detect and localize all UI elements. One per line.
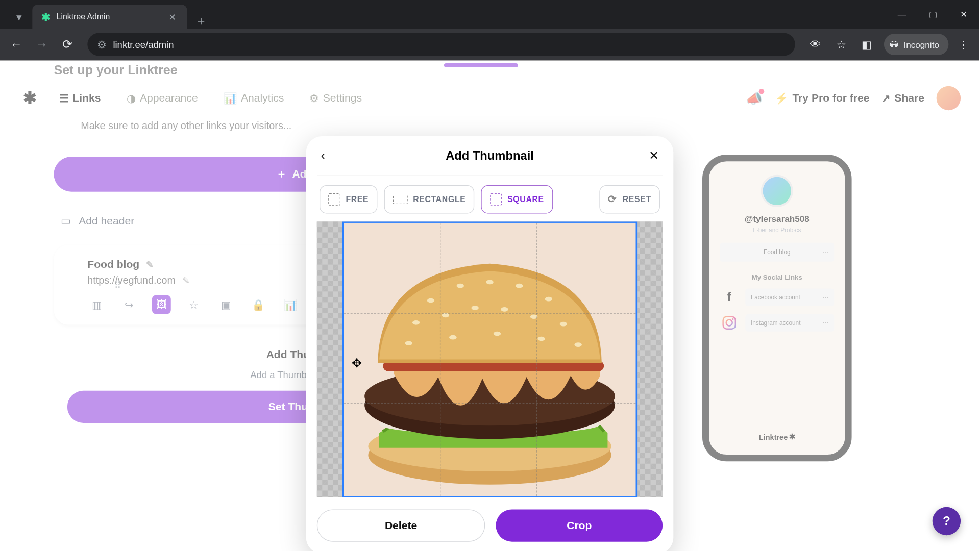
crop-options: FREE RECTANGLE SQUARE ⟳RESET — [317, 186, 663, 222]
crop-stage[interactable]: ✥ — [317, 222, 663, 497]
crop-reset-label: RESET — [623, 195, 651, 204]
tab-search-icon[interactable]: ▾ — [6, 5, 33, 29]
crop-free-button[interactable]: FREE — [320, 186, 377, 214]
window-close-button[interactable]: ✕ — [948, 0, 979, 29]
incognito-label: Incognito — [903, 39, 939, 49]
page: Set up your Linktree Make sure to add an… — [0, 61, 979, 551]
browser-menu-icon[interactable]: ⋮ — [952, 34, 974, 55]
site-info-icon[interactable]: ⚙ — [97, 38, 106, 51]
modal-back-button[interactable]: ‹ — [321, 149, 337, 163]
tab-close-icon[interactable]: ✕ — [165, 10, 179, 23]
crop-button[interactable]: Crop — [496, 510, 663, 542]
visibility-off-icon[interactable]: 👁 — [805, 34, 826, 55]
add-thumbnail-modal: ‹ Add Thumbnail ✕ FREE RECTANGLE SQUARE … — [306, 136, 674, 551]
window-controls: — ▢ ✕ — [887, 0, 979, 29]
incognito-badge[interactable]: 🕶 Incognito — [884, 34, 948, 55]
delete-button[interactable]: Delete — [317, 510, 485, 542]
help-fab-button[interactable]: ? — [933, 507, 961, 535]
address-bar[interactable]: ⚙ linktr.ee/admin — [87, 33, 795, 56]
side-panel-icon[interactable]: ◧ — [856, 34, 877, 55]
crop-reset-button[interactable]: ⟳RESET — [599, 186, 660, 214]
crop-rectangle-label: RECTANGLE — [413, 195, 465, 204]
reset-icon: ⟳ — [608, 193, 617, 206]
nav-reload-button[interactable]: ⟳ — [57, 34, 78, 55]
crop-rectangle-button[interactable]: RECTANGLE — [384, 186, 475, 214]
crop-square-label: SQUARE — [507, 195, 544, 204]
incognito-icon: 🕶 — [890, 39, 898, 49]
window-minimize-button[interactable]: — — [887, 0, 918, 29]
tab-title: Linktree Admin — [57, 12, 160, 21]
bookmark-icon[interactable]: ☆ — [830, 34, 852, 55]
nav-forward-button[interactable]: → — [31, 34, 53, 55]
crop-square-button[interactable]: SQUARE — [481, 186, 553, 214]
crop-free-label: FREE — [346, 195, 369, 204]
window-maximize-button[interactable]: ▢ — [918, 0, 949, 29]
nav-back-button[interactable]: ← — [6, 34, 27, 55]
new-tab-button[interactable]: ＋ — [187, 13, 215, 29]
crop-frame[interactable] — [342, 222, 637, 497]
browser-tab[interactable]: ✱ Linktree Admin ✕ — [32, 5, 187, 29]
modal-title: Add Thumbnail — [446, 149, 534, 163]
browser-tabstrip: ▾ ✱ Linktree Admin ✕ ＋ — ▢ ✕ — [0, 0, 979, 29]
linktree-favicon-icon: ✱ — [40, 11, 51, 22]
url-text: linktr.ee/admin — [113, 39, 174, 49]
modal-close-button[interactable]: ✕ — [643, 148, 659, 163]
browser-toolbar: ← → ⟳ ⚙ linktr.ee/admin 👁 ☆ ◧ 🕶 Incognit… — [0, 29, 979, 61]
